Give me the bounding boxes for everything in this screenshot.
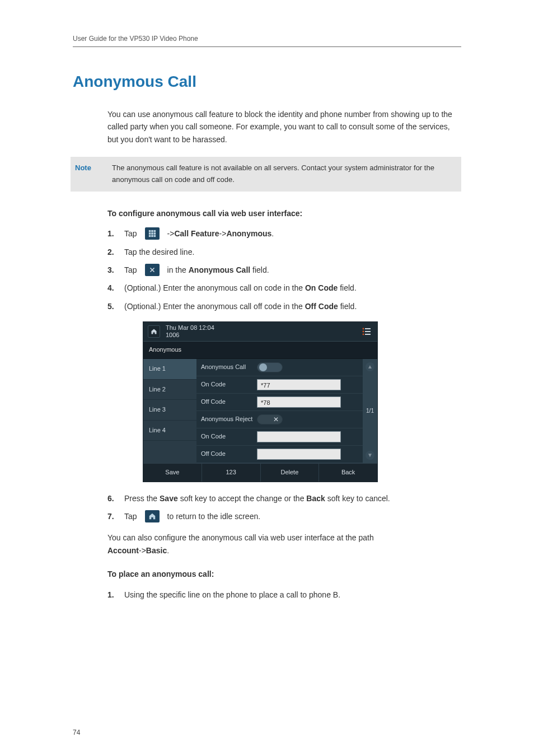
datetime-label: Thu Mar 08 12:04 1006: [166, 324, 360, 339]
step-text: Using the specific line on the phone to …: [124, 589, 340, 601]
screen-body: Line 1 Line 2 Line 3 Line 4 Anonymous Ca…: [143, 359, 377, 463]
screen-title: Anonymous: [143, 342, 377, 359]
after-paragraph: You can also configure the anonymous cal…: [107, 531, 461, 557]
steps-list-2: 6. Press the Save soft key to accept the…: [107, 492, 461, 523]
paginator: ▲ 1/1 ▼: [363, 359, 377, 463]
row-on-code: On Code *77: [196, 376, 363, 394]
home-icon[interactable]: [148, 325, 160, 338]
step-1: 1. Tap ->Call Feature->Anonymous.: [107, 227, 461, 240]
svg-rect-6: [148, 235, 151, 237]
svg-rect-0: [148, 230, 151, 232]
page-down-icon[interactable]: ▼: [366, 451, 374, 460]
note-text: The anonymous call feature is not availa…: [112, 162, 457, 186]
page-indicator: 1/1: [366, 407, 374, 416]
step-number: 4.: [107, 282, 118, 294]
svg-rect-14: [365, 334, 371, 335]
row-on-code-2: On Code: [196, 428, 363, 446]
row-off-code-2: Off Code: [196, 446, 363, 463]
field-label: On Code: [201, 432, 257, 442]
steps-list-3: 1. Using the specific line on the phone …: [107, 589, 461, 601]
step-number: 5.: [107, 300, 118, 312]
line-sidebar: Line 1 Line 2 Line 3 Line 4: [143, 359, 196, 463]
intro-paragraph: You can use anonymous call feature to bl…: [107, 108, 461, 146]
step-number: 6.: [107, 492, 118, 505]
running-header: User Guide for the VP530 IP Video Phone: [73, 34, 461, 47]
softkey-delete[interactable]: Delete: [261, 464, 320, 482]
softkey-back[interactable]: Back: [319, 464, 377, 482]
toggle-anonymous-reject[interactable]: [257, 414, 283, 424]
row-anonymous-reject: Anonymous Reject: [196, 411, 363, 428]
row-anonymous-call: Anonymous Call: [196, 359, 363, 376]
svg-rect-2: [153, 230, 156, 232]
field-label: On Code: [201, 380, 257, 390]
svg-point-9: [363, 328, 364, 330]
step-place-1: 1. Using the specific line on the phone …: [107, 589, 461, 601]
svg-rect-5: [153, 233, 156, 235]
step-4: 4. (Optional.) Enter the anonymous call …: [107, 282, 461, 294]
step-text: ->Call Feature->Anonymous.: [167, 227, 274, 240]
home-icon: [145, 510, 160, 522]
field-label: Anonymous Reject: [201, 414, 257, 424]
x-toggle-icon: [145, 264, 160, 276]
step-text: to return to the idle screen.: [167, 510, 261, 522]
svg-point-11: [363, 331, 364, 333]
step-2: 2. Tap the desired line.: [107, 246, 461, 258]
softkey-123[interactable]: 123: [202, 464, 261, 482]
svg-rect-1: [151, 230, 153, 232]
step-6: 6. Press the Save soft key to accept the…: [107, 492, 461, 505]
field-label: Off Code: [201, 397, 257, 407]
subheading-place: To place an anonymous call:: [107, 568, 461, 580]
svg-rect-8: [153, 235, 156, 237]
input-off-code-2[interactable]: [257, 449, 341, 460]
step-text: Tap: [124, 510, 137, 522]
fields-panel: Anonymous Call On Code *77 Off Code *78 …: [196, 359, 377, 463]
step-text: in the Anonymous Call field.: [167, 264, 269, 276]
sidebar-item-line1[interactable]: Line 1: [143, 359, 196, 380]
sidebar-item-line4[interactable]: Line 4: [143, 421, 196, 441]
step-number: 1.: [107, 227, 118, 240]
softkey-save[interactable]: Save: [143, 464, 202, 482]
row-off-code: Off Code *78: [196, 394, 363, 411]
note-block: Note The anonymous call feature is not a…: [71, 157, 461, 192]
phone-screenshot: Thu Mar 08 12:04 1006 Anonymous Line 1 L…: [143, 321, 378, 482]
input-on-code[interactable]: *77: [257, 379, 341, 390]
page-up-icon[interactable]: ▲: [366, 362, 374, 371]
field-label: Off Code: [201, 449, 257, 459]
svg-rect-12: [365, 331, 371, 332]
field-label: Anonymous Call: [201, 362, 257, 372]
phone-topbar: Thu Mar 08 12:04 1006: [143, 322, 377, 342]
step-number: 7.: [107, 510, 118, 522]
page-title: Anonymous Call: [73, 69, 461, 95]
step-text: (Optional.) Enter the anonymous call off…: [124, 300, 357, 312]
softkey-bar: Save 123 Delete Back: [143, 463, 377, 482]
step-text: Tap: [124, 227, 137, 240]
step-5: 5. (Optional.) Enter the anonymous call …: [107, 300, 461, 312]
step-text: (Optional.) Enter the anonymous call on …: [124, 282, 357, 294]
step-3: 3. Tap in the Anonymous Call field.: [107, 264, 461, 276]
menu-list-icon[interactable]: [360, 325, 373, 338]
svg-rect-4: [151, 233, 153, 235]
svg-rect-7: [151, 235, 153, 237]
sidebar-item-line2[interactable]: Line 2: [143, 380, 196, 400]
step-text: Tap: [124, 264, 137, 276]
svg-rect-3: [148, 233, 151, 235]
input-off-code[interactable]: *78: [257, 396, 341, 408]
step-text: Press the Save soft key to accept the ch…: [124, 492, 390, 505]
step-text: Tap the desired line.: [124, 246, 194, 258]
apps-icon: [145, 227, 160, 240]
note-label: Note: [75, 162, 112, 186]
subheading-configure: To configure anonymous call via web user…: [107, 207, 461, 220]
step-number: 2.: [107, 246, 118, 258]
svg-rect-10: [365, 328, 371, 329]
svg-point-13: [363, 334, 364, 335]
toggle-anonymous-call[interactable]: [257, 362, 283, 372]
step-number: 1.: [107, 589, 118, 601]
sidebar-item-line3[interactable]: Line 3: [143, 400, 196, 421]
steps-list-1: 1. Tap ->Call Feature->Anonymous. 2. Tap…: [107, 227, 461, 312]
step-number: 3.: [107, 264, 118, 276]
input-on-code-2[interactable]: [257, 431, 341, 442]
step-7: 7. Tap to return to the idle screen.: [107, 510, 461, 522]
